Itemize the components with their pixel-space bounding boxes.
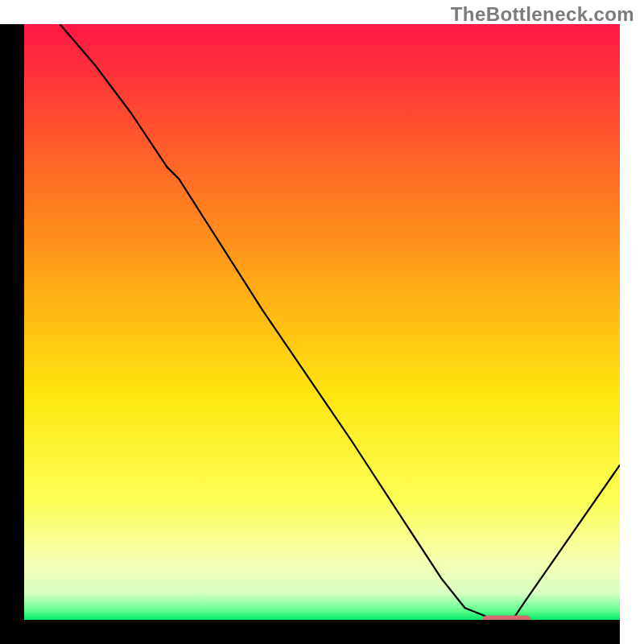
bottleneck-chart [0, 0, 644, 644]
plot-background [24, 24, 620, 620]
axis-bottom [0, 620, 620, 644]
axis-left [0, 24, 24, 644]
chart-container: TheBottleneck.com [0, 0, 644, 644]
watermark-text: TheBottleneck.com [451, 3, 634, 26]
